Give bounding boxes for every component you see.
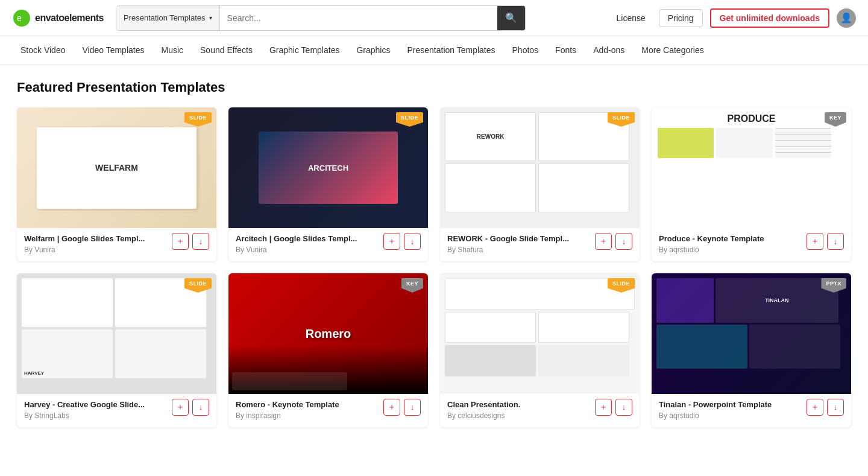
search-category-dropdown[interactable]: Presentation Templates ▾ xyxy=(116,6,220,30)
card-actions: ＋ ↓ xyxy=(807,233,844,250)
add-to-collection-button[interactable]: ＋ xyxy=(807,233,823,250)
card-actions: ＋ ↓ xyxy=(383,399,421,416)
cards-grid: WELFARM SLIDE Welfarm | Google Slides Te… xyxy=(17,107,851,427)
card-meta: Romero - Keynote Template By inspirasign… xyxy=(236,400,421,420)
card-title[interactable]: Produce - Keynote Template xyxy=(659,234,764,243)
download-icon: ↓ xyxy=(199,236,203,246)
add-to-collection-button[interactable]: ＋ xyxy=(595,233,612,250)
card-welfarm: WELFARM SLIDE Welfarm | Google Slides Te… xyxy=(17,107,216,261)
card-title[interactable]: REWORK - Google Slide Templ... xyxy=(447,234,569,243)
add-to-collection-button[interactable]: ＋ xyxy=(383,399,400,416)
card-thumbnail[interactable]: Romero KEY xyxy=(228,273,428,394)
download-button[interactable]: ↓ xyxy=(827,233,844,250)
download-icon: ↓ xyxy=(410,236,415,246)
download-icon: ↓ xyxy=(622,236,626,246)
card-actions: ＋ ↓ xyxy=(595,233,632,250)
plus-icon: ＋ xyxy=(388,402,396,413)
nav-item-more-categories[interactable]: More Categories xyxy=(633,36,712,65)
nav-item-add-ons[interactable]: Add-ons xyxy=(585,36,633,65)
card-thumbnail[interactable]: ARCITECH SLIDE xyxy=(228,107,428,228)
card-actions: ＋ ↓ xyxy=(383,233,421,250)
download-button[interactable]: ↓ xyxy=(615,233,632,250)
nav-item-video-templates[interactable]: Video Templates xyxy=(74,36,153,65)
card-thumbnail[interactable]: HARVEY SLIDE xyxy=(17,273,216,394)
card-title[interactable]: Tinalan - Powerpoint Template xyxy=(659,400,772,409)
download-button[interactable]: ↓ xyxy=(827,399,844,416)
add-to-collection-button[interactable]: ＋ xyxy=(383,233,400,250)
card-thumbnail[interactable]: TINALAN PPTX xyxy=(652,273,851,394)
card-author: By celciusdesigns xyxy=(447,411,520,420)
download-button[interactable]: ↓ xyxy=(404,233,421,250)
nav-item-photos[interactable]: Photos xyxy=(504,36,547,65)
card-author: By inspirasign xyxy=(236,411,339,420)
nav-item-stock-video[interactable]: Stock Video xyxy=(12,36,74,65)
card-info: Arcitech | Google Slides Templ... By Vun… xyxy=(228,228,428,261)
card-thumbnail[interactable]: SLIDE xyxy=(440,273,640,394)
header: e envatoelements Presentation Templates … xyxy=(0,0,868,36)
chevron-down-icon: ▾ xyxy=(209,14,212,21)
download-button[interactable]: ↓ xyxy=(192,233,209,250)
card-info: Romero - Keynote Template By inspirasign… xyxy=(228,394,428,427)
nav-item-presentation-templates[interactable]: Presentation Templates xyxy=(398,36,503,65)
card-author: By Shafura xyxy=(447,246,569,254)
card-actions: ＋ ↓ xyxy=(807,399,844,416)
card-author: By aqrstudio xyxy=(659,411,772,420)
add-to-collection-button[interactable]: ＋ xyxy=(172,233,189,250)
license-button[interactable]: License xyxy=(610,10,651,27)
card-info: Harvey - Creative Google Slide... By Str… xyxy=(17,394,216,427)
card-author: By Vunira xyxy=(24,246,145,254)
nav-item-graphic-templates[interactable]: Graphic Templates xyxy=(261,36,348,65)
nav-item-graphics[interactable]: Graphics xyxy=(348,36,398,65)
card-produce: PRODUCE KEY Produce - Keynote Template B… xyxy=(652,107,851,261)
logo[interactable]: e envatoelements xyxy=(12,8,104,28)
card-harvey: HARVEY SLIDE Harvey - Creative Google Sl… xyxy=(17,273,216,427)
card-title[interactable]: Harvey - Creative Google Slide... xyxy=(24,400,145,409)
plus-icon: ＋ xyxy=(176,236,184,247)
card-meta: Tinalan - Powerpoint Template By aqrstud… xyxy=(659,400,844,420)
plus-icon: ＋ xyxy=(176,402,184,413)
logo-text: envatoelements xyxy=(35,13,104,24)
card-meta: REWORK - Google Slide Templ... By Shafur… xyxy=(447,234,632,254)
card-info: REWORK - Google Slide Templ... By Shafur… xyxy=(440,228,640,261)
search-button[interactable]: 🔍 xyxy=(497,6,525,30)
logo-icon: e xyxy=(12,8,31,28)
download-icon: ↓ xyxy=(199,402,203,412)
card-actions: ＋ ↓ xyxy=(172,399,209,416)
nav-item-music[interactable]: Music xyxy=(153,36,192,65)
download-button[interactable]: ↓ xyxy=(615,399,632,416)
download-button[interactable]: ↓ xyxy=(192,399,209,416)
card-title[interactable]: Welfarm | Google Slides Templ... xyxy=(24,234,145,243)
card-clean: SLIDE Clean Presentation. By celciusdesi… xyxy=(440,273,640,427)
search-icon: 🔍 xyxy=(505,12,517,24)
card-title[interactable]: Clean Presentation. xyxy=(447,400,520,409)
add-to-collection-button[interactable]: ＋ xyxy=(807,399,823,416)
plus-icon: ＋ xyxy=(811,402,819,413)
avatar[interactable]: 👤 xyxy=(837,8,856,28)
pricing-button[interactable]: Pricing xyxy=(659,9,703,27)
card-info: Clean Presentation. By celciusdesigns ＋ … xyxy=(440,394,640,427)
card-info: Welfarm | Google Slides Templ... By Vuni… xyxy=(17,228,216,261)
card-author: By StringLabs xyxy=(24,411,145,420)
search-input[interactable] xyxy=(220,6,497,30)
download-button[interactable]: ↓ xyxy=(404,399,421,416)
card-thumbnail[interactable]: PRODUCE KEY xyxy=(652,107,851,228)
card-thumbnail[interactable]: WELFARM SLIDE xyxy=(17,107,216,228)
card-title[interactable]: Arcitech | Google Slides Templ... xyxy=(236,234,357,243)
card-romero: Romero KEY Romero - Keynote Template By … xyxy=(228,273,428,427)
card-thumbnail[interactable]: REWORK SLIDE xyxy=(440,107,640,228)
card-title[interactable]: Romero - Keynote Template xyxy=(236,400,339,409)
card-arcitech: ARCITECH SLIDE Arcitech | Google Slides … xyxy=(228,107,428,261)
nav-item-sound-effects[interactable]: Sound Effects xyxy=(192,36,261,65)
unlimited-downloads-button[interactable]: Get unlimited downloads xyxy=(710,8,829,28)
add-to-collection-button[interactable]: ＋ xyxy=(172,399,189,416)
card-tinalan: TINALAN PPTX Tinalan - Powerpoint Templa… xyxy=(652,273,851,427)
card-meta: Clean Presentation. By celciusdesigns ＋ … xyxy=(447,400,632,420)
download-icon: ↓ xyxy=(834,402,838,412)
add-to-collection-button[interactable]: ＋ xyxy=(595,399,612,416)
card-meta: Produce - Keynote Template By aqrstudio … xyxy=(659,234,844,254)
card-actions: ＋ ↓ xyxy=(172,233,209,250)
search-category-label: Presentation Templates xyxy=(124,13,206,22)
nav-item-fonts[interactable]: Fonts xyxy=(547,36,585,65)
plus-icon: ＋ xyxy=(811,236,819,247)
download-icon: ↓ xyxy=(410,402,415,412)
